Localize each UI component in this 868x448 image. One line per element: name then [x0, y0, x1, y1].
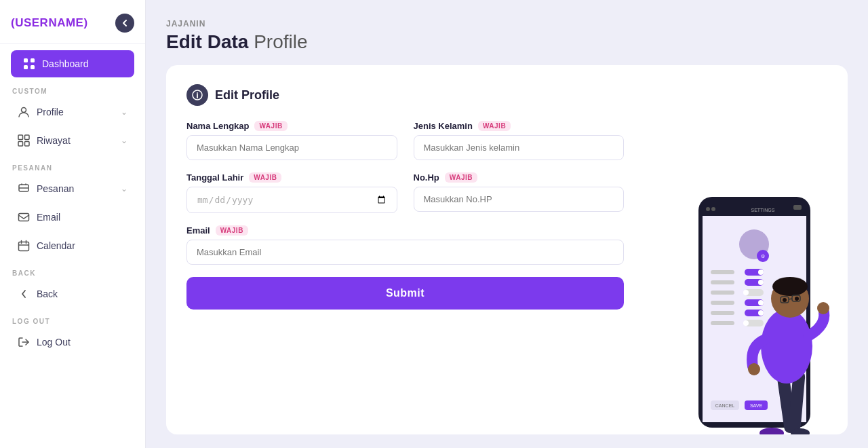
svg-rect-26 — [745, 269, 764, 276]
svg-rect-57 — [792, 295, 800, 301]
info-icon — [186, 84, 208, 106]
svg-rect-48 — [788, 370, 806, 432]
svg-point-42 — [743, 320, 749, 326]
email-label: Email — [37, 212, 60, 223]
sidebar-item-pesanan[interactable]: Pesanan ⌄ — [5, 175, 140, 202]
logout-label: Log Out — [37, 337, 71, 348]
svg-rect-14 — [698, 197, 810, 428]
sidebar-back-button[interactable] — [115, 14, 134, 33]
dashboard-section: Dashboard — [0, 44, 145, 78]
section-label-custom: CUSTOM — [0, 78, 145, 98]
svg-rect-8 — [25, 142, 30, 147]
riwayat-chevron: ⌄ — [121, 136, 127, 145]
form-group-jenis: Jenis Kelamin WAJIB — [414, 121, 625, 160]
label-email: Email WAJIB — [186, 225, 624, 236]
page-title-bold: Edit Data — [166, 31, 248, 52]
sidebar-item-back[interactable]: Back — [5, 280, 140, 307]
grid-icon — [18, 134, 30, 147]
profile-label: Profile — [37, 107, 64, 117]
card-header: Edit Profile — [186, 84, 827, 106]
svg-rect-5 — [18, 135, 23, 140]
svg-point-18 — [711, 207, 715, 211]
label-tanggal: Tanggal Lahir WAJIB — [186, 172, 397, 183]
input-tanggal[interactable] — [186, 187, 397, 213]
svg-rect-7 — [18, 142, 23, 147]
svg-rect-2 — [24, 65, 28, 69]
svg-point-33 — [743, 290, 749, 295]
page-title-light: Profile — [254, 31, 307, 52]
sidebar-username: (USERNAME) — [11, 16, 88, 30]
calendar-icon — [18, 240, 30, 252]
svg-point-51 — [761, 309, 812, 384]
svg-point-4 — [22, 108, 26, 113]
svg-rect-41 — [745, 320, 764, 326]
sidebar-item-profile[interactable]: Profile ⌄ — [5, 98, 140, 126]
svg-rect-16 — [703, 202, 806, 216]
arrow-left-icon — [18, 288, 30, 300]
svg-text:⚙: ⚙ — [761, 254, 765, 259]
svg-point-55 — [795, 297, 799, 301]
svg-rect-38 — [745, 310, 764, 316]
card-title: Edit Profile — [215, 88, 279, 102]
svg-point-23 — [757, 250, 769, 262]
svg-rect-43 — [711, 400, 739, 410]
svg-rect-11 — [19, 242, 29, 251]
svg-rect-34 — [711, 301, 734, 305]
svg-point-49 — [760, 428, 784, 434]
page-title: Edit Data Profile — [166, 31, 848, 53]
input-email[interactable] — [186, 240, 624, 265]
svg-point-13 — [197, 92, 198, 94]
input-nama[interactable] — [186, 135, 397, 160]
main-content: JAJANIN Edit Data Profile Edit Profile N… — [146, 0, 868, 448]
sidebar-header: (USERNAME) — [0, 0, 145, 44]
email-icon — [18, 211, 30, 223]
sidebar-item-calendar[interactable]: Calendar — [5, 232, 140, 259]
breadcrumb: JAJANIN — [166, 19, 848, 29]
svg-rect-10 — [19, 214, 29, 221]
svg-rect-47 — [776, 371, 797, 434]
svg-rect-21 — [703, 216, 806, 422]
svg-line-58 — [789, 299, 792, 299]
svg-text:CANCEL: CANCEL — [715, 403, 735, 408]
svg-point-17 — [706, 207, 710, 211]
logout-icon — [18, 336, 30, 348]
svg-rect-32 — [745, 289, 764, 296]
submit-button[interactable]: Submit — [186, 277, 624, 310]
input-nohp[interactable] — [414, 187, 625, 212]
pesanan-label: Pesanan — [37, 183, 74, 194]
label-nama: Nama Lengkap WAJIB — [186, 121, 397, 131]
sidebar-item-logout[interactable]: Log Out — [5, 329, 140, 356]
form-group-tanggal: Tanggal Lahir WAJIB — [186, 172, 397, 213]
dashboard-label: Dashboard — [42, 58, 89, 69]
pesanan-chevron: ⌄ — [121, 184, 127, 193]
sidebar: (USERNAME) Dashboard CUSTOM — [0, 0, 146, 448]
svg-point-36 — [758, 300, 764, 305]
svg-rect-29 — [745, 279, 764, 286]
svg-rect-20 — [793, 205, 802, 210]
svg-rect-25 — [711, 270, 734, 274]
svg-rect-0 — [24, 58, 28, 62]
form-group-nama: Nama Lengkap WAJIB — [186, 121, 397, 160]
svg-point-59 — [748, 363, 760, 375]
form-group-email: Email WAJIB — [186, 225, 624, 265]
wajib-badge-nohp: WAJIB — [445, 172, 477, 183]
wajib-badge-jenis: WAJIB — [478, 121, 511, 131]
section-label-logout: LOG OUT — [0, 308, 145, 328]
cart-icon — [18, 183, 30, 195]
svg-point-27 — [758, 269, 764, 275]
input-jenis[interactable] — [414, 135, 625, 160]
svg-point-39 — [758, 310, 764, 316]
dashboard-icon — [23, 58, 35, 70]
sidebar-item-email[interactable]: Email — [5, 204, 140, 231]
phone-illustration: SETTINGS ⚙ — [644, 149, 848, 434]
svg-point-22 — [739, 229, 769, 259]
calendar-label: Calendar — [37, 240, 75, 251]
sidebar-item-dashboard[interactable]: Dashboard — [11, 50, 134, 77]
svg-point-50 — [791, 428, 810, 434]
sidebar-item-riwayat[interactable]: Riwayat ⌄ — [5, 127, 140, 154]
svg-point-54 — [783, 298, 787, 302]
svg-text:SAVE: SAVE — [750, 403, 762, 408]
form-grid: Nama Lengkap WAJIB Jenis Kelamin WAJIB T… — [186, 121, 624, 213]
svg-rect-1 — [31, 58, 35, 62]
svg-point-60 — [817, 302, 829, 314]
